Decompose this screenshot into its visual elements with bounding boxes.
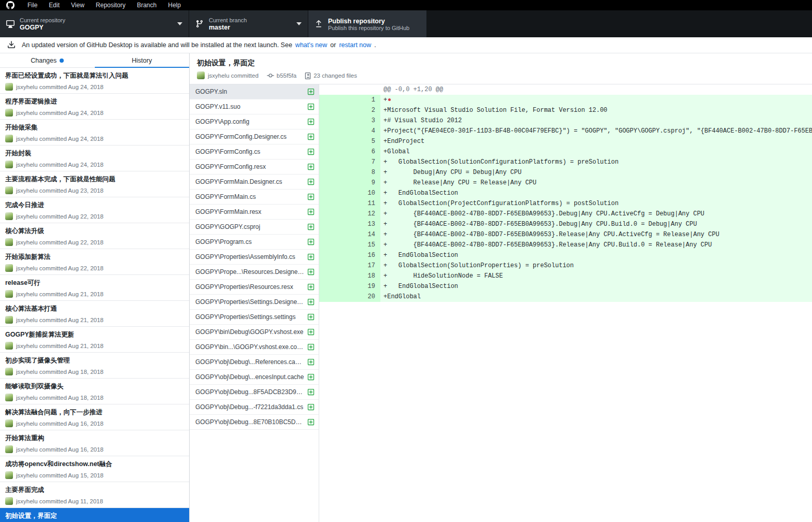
- diff-added-line: 10+ EndGlobalSection: [319, 188, 812, 198]
- commit-item-title: release可行: [5, 279, 184, 287]
- commit-item-title: 解决算法融合问题，向下一步推进: [5, 408, 184, 417]
- tab-history[interactable]: History: [95, 53, 190, 67]
- commit-list-item[interactable]: 解决算法融合问题，向下一步推进jsxyhelu committed Aug 16…: [0, 404, 189, 430]
- file-path: GOGPY\bin\Debug\GOGPY.vshost.exe: [195, 328, 304, 336]
- avatar: [5, 419, 13, 427]
- avatar: [5, 109, 13, 117]
- file-list-item[interactable]: GOGPY\Properties\Settings.Designer.cs: [190, 295, 319, 310]
- file-list-item[interactable]: GOGPY\bin\Debug\GOGPY.vshost.exe: [190, 325, 319, 340]
- file-list-item[interactable]: GOGPY\obj\Debug...-f7221da3dda1.cs: [190, 400, 319, 415]
- commit-list-item[interactable]: 开始做采集jsxyhelu committed Aug 24, 2018: [0, 120, 189, 146]
- file-added-icon: [307, 373, 315, 381]
- commit-list-item[interactable]: 主要界面完成jsxyhelu committed Aug 11, 2018: [0, 482, 189, 508]
- commit-title: 初始设置，界面定: [197, 59, 805, 68]
- diff-old-line-number: [319, 292, 350, 302]
- file-list-item[interactable]: GOGPY.v11.suo: [190, 99, 319, 114]
- commit-list-item[interactable]: 开始添加新算法jsxyhelu committed Aug 22, 2018: [0, 249, 189, 275]
- tab-changes[interactable]: Changes: [0, 53, 95, 67]
- diff-hunk-header: @@ -0,0 +1,20 @@: [319, 84, 812, 95]
- commit-list-item[interactable]: 成功将opencv和directshow.net融合jsxyhelu commi…: [0, 456, 189, 482]
- diff-new-line-number: 1: [350, 95, 380, 105]
- commit-list-item[interactable]: 主要流程基本完成，下面就是性能问题jsxyhelu committed Aug …: [0, 171, 189, 197]
- diff-added-line: 19+ EndGlobalSection: [319, 281, 812, 292]
- avatar: [5, 238, 13, 246]
- diff-line-text: + {BF440ACE-B002-47B0-8DD7-F65EB0A99653}…: [380, 209, 812, 219]
- hunk-header-text: @@ -0,0 +1,20 @@: [380, 84, 443, 95]
- commit-list-item[interactable]: 初始设置，界面定: [0, 508, 189, 522]
- file-list-item[interactable]: GOGPY\Properties\AssemblyInfo.cs: [190, 250, 319, 265]
- file-list-item[interactable]: GOGPY\Prope...\Resources.Designer.cs: [190, 265, 319, 280]
- commit-list-item[interactable]: 能够读取到双摄像头jsxyhelu committed Aug 18, 2018: [0, 379, 189, 404]
- commit-list-item[interactable]: 开始算法重构jsxyhelu committed Aug 16, 2018: [0, 430, 189, 456]
- menu-file[interactable]: File: [22, 2, 43, 9]
- file-list-item[interactable]: GOGPY\Properties\Resources.resx: [190, 280, 319, 295]
- menu-help[interactable]: Help: [162, 2, 187, 9]
- diff-line-text: +: [380, 95, 812, 105]
- or-text: or: [330, 41, 336, 49]
- diff-added-line: 11+ GlobalSection(ProjectConfigurationPl…: [319, 198, 812, 209]
- commit-history-list: 界面已经设置成功，下面就是算法引入问题jsxyhelu committed Au…: [0, 68, 189, 522]
- file-path: GOGPY\FormMain.Designer.cs: [195, 178, 304, 185]
- diff-old-line-number: [319, 95, 350, 105]
- file-path: GOGPY.sln: [195, 88, 304, 95]
- file-list-item[interactable]: GOGPY\Properties\Settings.settings: [190, 310, 319, 325]
- file-list-item[interactable]: GOGPY\FormConfig.Designer.cs: [190, 129, 319, 144]
- commit-list-item[interactable]: 界面已经设置成功，下面就是算法引入问题jsxyhelu committed Au…: [0, 68, 189, 94]
- commit-list-item[interactable]: 程序界面逻辑推进jsxyhelu committed Aug 24, 2018: [0, 94, 189, 120]
- file-list-item[interactable]: GOGPY\obj\Debug\...encesInput.cache: [190, 370, 319, 385]
- diff-old-line-number: [319, 198, 350, 209]
- file-list-item[interactable]: GOGPY\GOGPY.csproj: [190, 220, 319, 235]
- current-repository-selector[interactable]: Current repository GOGPY: [0, 10, 189, 37]
- diff-added-line: 3+# Visual Studio 2012: [319, 115, 812, 126]
- file-list-item[interactable]: GOGPY\App.config: [190, 114, 319, 129]
- file-added-icon: [307, 268, 315, 276]
- changed-files-list: GOGPY.slnGOGPY.v11.suoGOGPY\App.configGO…: [190, 84, 319, 522]
- menu-view[interactable]: View: [65, 2, 90, 9]
- file-path: GOGPY\Properties\AssemblyInfo.cs: [195, 253, 304, 260]
- file-list-item[interactable]: GOGPY\FormMain.resx: [190, 205, 319, 220]
- current-repository-label: Current repository: [20, 17, 173, 23]
- current-branch-label: Current branch: [209, 17, 292, 23]
- diff-old-line-number: [319, 178, 350, 188]
- file-path: GOGPY\FormConfig.cs: [195, 148, 304, 155]
- commit-list-item[interactable]: 初步实现了摄像头管理jsxyhelu committed Aug 18, 201…: [0, 353, 189, 379]
- file-list-item[interactable]: GOGPY\obj\Debug\...References.cache: [190, 355, 319, 370]
- commit-item-meta: jsxyhelu committed Aug 16, 2018: [5, 419, 184, 427]
- avatar: [5, 471, 13, 479]
- file-list-item[interactable]: GOGPY\Program.cs: [190, 235, 319, 250]
- file-list-item[interactable]: GOGPY\FormMain.Designer.cs: [190, 175, 319, 190]
- commit-item-meta: jsxyhelu committed Aug 22, 2018: [5, 238, 184, 246]
- toolbar: Current repository GOGPY Current branch …: [0, 10, 812, 37]
- diff-new-line-number: 17: [350, 260, 380, 271]
- file-list-item[interactable]: GOGPY.sln: [190, 84, 319, 99]
- current-branch-selector[interactable]: Current branch master: [189, 10, 308, 37]
- restart-now-link[interactable]: restart now: [339, 41, 371, 49]
- menu-edit[interactable]: Edit: [43, 2, 65, 9]
- diff-old-line-number: [319, 115, 350, 126]
- menu-repository[interactable]: Repository: [90, 2, 131, 9]
- file-list-item[interactable]: GOGPY\FormConfig.resx: [190, 160, 319, 175]
- commit-list-item[interactable]: release可行jsxyhelu committed Aug 21, 2018: [0, 275, 189, 301]
- commit-list-item[interactable]: 完成今日推进jsxyhelu committed Aug 22, 2018: [0, 197, 189, 223]
- file-list-item[interactable]: GOGPY\FormConfig.cs: [190, 144, 319, 160]
- publish-repository-button[interactable]: Publish repository Publish this reposito…: [308, 10, 427, 37]
- file-list-item[interactable]: GOGPY\bin...\GOGPY.vshost.exe.config: [190, 340, 319, 355]
- whats-new-link[interactable]: what's new: [295, 41, 327, 49]
- commit-list-item[interactable]: 核心算法基本打通jsxyhelu committed Aug 21, 2018: [0, 301, 189, 327]
- commit-list-item[interactable]: GOGPY新捕捉算法更新jsxyhelu committed Aug 21, 2…: [0, 327, 189, 353]
- diff-old-line-number: [319, 260, 350, 271]
- commit-item-meta: jsxyhelu committed Aug 24, 2018: [5, 161, 184, 168]
- menu-branch[interactable]: Branch: [131, 2, 162, 9]
- diff-old-line-number: [319, 229, 350, 240]
- commit-sha[interactable]: b55f5fa: [277, 72, 296, 79]
- file-path: GOGPY\obj\Debug...8E70B10BC5D3.cs: [195, 418, 304, 426]
- file-list-item[interactable]: GOGPY\FormMain.cs: [190, 190, 319, 205]
- file-list-item[interactable]: GOGPY\obj\Debug...8F5ADCB23D92.cs: [190, 385, 319, 400]
- diff-added-line: 12+ {BF440ACE-B002-47B0-8DD7-F65EB0A9965…: [319, 209, 812, 219]
- commit-list-item[interactable]: 开始封装jsxyhelu committed Aug 24, 2018: [0, 146, 189, 171]
- commit-item-meta: jsxyhelu committed Aug 11, 2018: [5, 497, 184, 505]
- avatar: [5, 264, 13, 272]
- commit-list-item[interactable]: 核心算法升级jsxyhelu committed Aug 22, 2018: [0, 223, 189, 249]
- diff-new-line-number: 8: [350, 167, 380, 178]
- file-list-item[interactable]: GOGPY\obj\Debug...8E70B10BC5D3.cs: [190, 415, 319, 430]
